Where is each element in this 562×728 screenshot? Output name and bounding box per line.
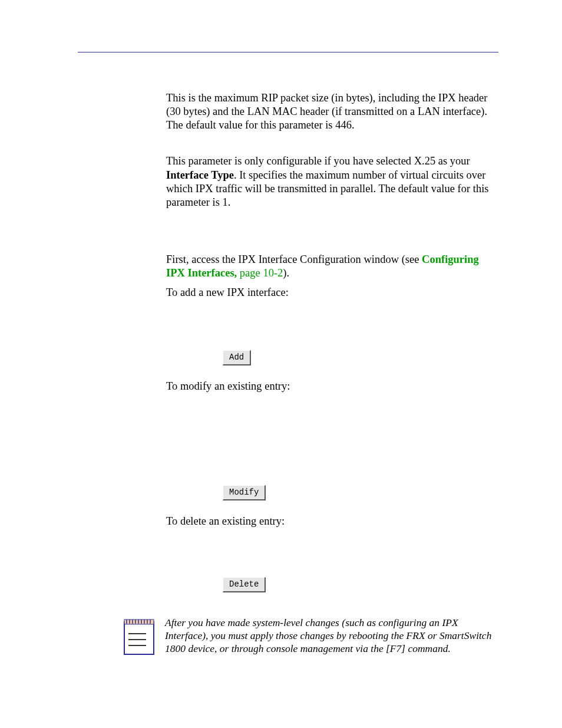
spacer: [166, 222, 498, 253]
spacer: [166, 312, 498, 336]
body-column: This is the maximum RIP packet size (in …: [166, 91, 498, 592]
spacer: [166, 542, 498, 563]
paragraph-modify-intro: To modify an existing entry:: [166, 380, 498, 393]
button-row-modify: Modify: [223, 485, 498, 500]
bold-interface-type: Interface Type: [166, 169, 234, 181]
button-row-delete: Delete: [223, 577, 498, 592]
modify-button[interactable]: Modify: [223, 485, 266, 500]
paragraph-x25: This parameter is only configurable if y…: [166, 154, 498, 209]
link-page-ref[interactable]: page 10-2: [237, 267, 283, 279]
delete-button[interactable]: Delete: [223, 577, 266, 592]
paragraph-rip-packet-size: This is the maximum RIP packet size (in …: [166, 91, 498, 132]
paragraph-add-intro: To add a new IPX interface:: [166, 286, 498, 299]
notepad-icon: [123, 616, 157, 656]
spacer: [166, 145, 498, 154]
text-before: This parameter is only configurable if y…: [166, 155, 470, 167]
add-button[interactable]: Add: [223, 350, 251, 365]
spacer: [166, 406, 498, 471]
button-row-add: Add: [223, 350, 498, 365]
text: This is the maximum RIP packet size (in …: [166, 92, 487, 131]
text-suffix: ).: [283, 267, 289, 279]
note-text: After you have made system-level changes…: [165, 616, 498, 655]
note-block: After you have made system-level changes…: [123, 616, 498, 656]
svg-rect-0: [124, 622, 154, 654]
paragraph-delete-intro: To delete an existing entry:: [166, 515, 498, 528]
svg-rect-1: [124, 620, 154, 624]
text-prefix: First, access the IPX Interface Configur…: [166, 253, 422, 265]
paragraph-access-window: First, access the IPX Interface Configur…: [166, 253, 498, 280]
header-rule: [78, 52, 498, 52]
document-page: This is the maximum RIP packet size (in …: [0, 0, 562, 728]
